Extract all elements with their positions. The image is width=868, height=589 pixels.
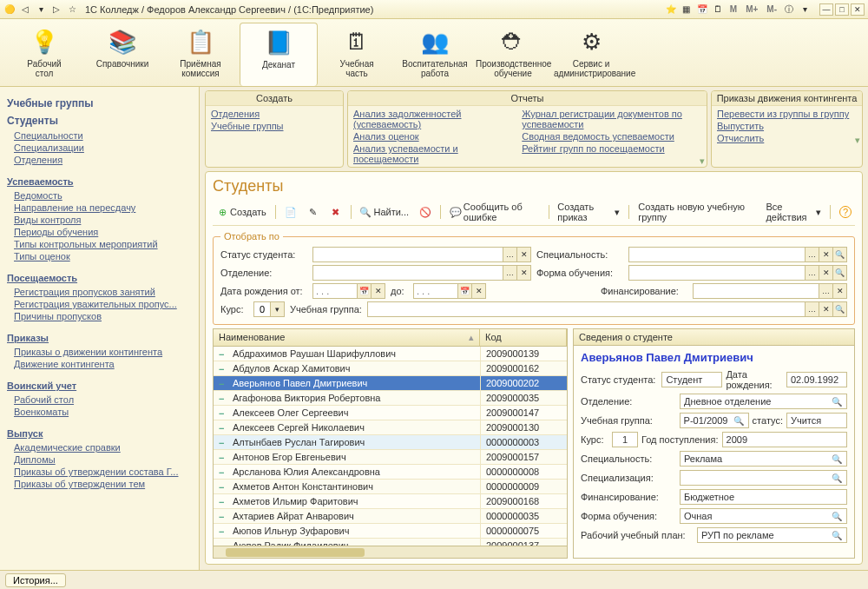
sidebar-item[interactable]: Приказы о движении контингента (7, 346, 192, 358)
favorite-icon[interactable]: ☆ (66, 3, 78, 16)
history-button[interactable]: История... (5, 573, 66, 587)
toolbar-Сервис и[interactable]: ⚙Сервис иадминистрирование (552, 23, 630, 86)
m-chip[interactable]: M (727, 4, 740, 14)
toolbar-Учебная[interactable]: 🗓Учебнаячасть (318, 23, 396, 86)
nav-dropdown-icon[interactable]: ▾ (35, 3, 47, 16)
help-button[interactable]: ? (836, 205, 855, 219)
close-button[interactable]: ✕ (851, 3, 865, 16)
mag-icon[interactable]: 🔍 (831, 531, 843, 540)
dobto-cal-icon[interactable]: 📅 (457, 284, 471, 298)
group-input[interactable] (368, 302, 805, 316)
nav-back-icon[interactable]: ◁ (19, 3, 31, 16)
spec-mag-icon[interactable]: 🔍 (832, 248, 846, 261)
fin-dots-icon[interactable]: … (819, 284, 832, 298)
create-order-button[interactable]: Создать приказ ▾ (554, 201, 623, 223)
delete-button[interactable]: ✖ (326, 205, 345, 219)
table-row[interactable]: Ахметов Ильмир Фаритович2009000168 (214, 494, 567, 509)
sidebar-item[interactable]: Направление на пересдачу (7, 202, 192, 214)
mminus-chip[interactable]: M- (764, 4, 779, 14)
dobfrom-cal-icon[interactable]: 📅 (357, 284, 371, 298)
grid-icon[interactable]: ▦ (681, 3, 693, 16)
sidebar-section-header[interactable]: Успеваемость (7, 176, 192, 187)
panel-link[interactable]: Выпустить (717, 120, 857, 132)
create-button[interactable]: ⊕Создать (213, 205, 270, 219)
table-row[interactable]: Арсланова Юлия Александровна0000000008 (214, 465, 567, 480)
panel-link[interactable]: Отчислить (717, 132, 857, 144)
dobto-clear-icon[interactable]: ✕ (471, 284, 485, 298)
course-spin-icon[interactable]: ▾ (270, 302, 284, 316)
sidebar-item[interactable]: Академические справки (7, 441, 192, 453)
sidebar-section-header[interactable]: Воинский учет (7, 381, 192, 391)
maximize-button[interactable]: □ (835, 3, 849, 16)
toolbar-Производственное[interactable]: ⛑Производственноеобучение (474, 23, 552, 86)
sidebar-item[interactable]: Ведомость (7, 189, 192, 202)
sidebar-groups-header[interactable]: Учебные группы (7, 97, 192, 109)
form-dots-icon[interactable]: … (805, 266, 819, 280)
status-input[interactable] (313, 248, 503, 261)
sidebar-item[interactable]: Приказы об утверждении тем (7, 478, 192, 490)
panel-link[interactable]: Отделения (211, 108, 284, 120)
grid-col-name[interactable]: Наименование ▴ (214, 329, 480, 346)
panel-link[interactable]: Учебные группы (211, 120, 284, 132)
toolbar-Рабочий[interactable]: 💡Рабочийстол (5, 23, 83, 86)
sidebar-item[interactable]: Специализации (7, 142, 192, 154)
dobfrom-input[interactable] (313, 284, 357, 298)
fin-input[interactable] (694, 284, 819, 298)
group-mag-icon[interactable]: 🔍 (832, 302, 846, 316)
info-dropdown-icon[interactable]: ▾ (799, 3, 811, 16)
table-row[interactable]: Агафонова Виктория Робертовна2009000035 (214, 391, 567, 406)
fin-clear-icon[interactable]: ✕ (832, 284, 846, 298)
spec-clear-icon[interactable]: ✕ (819, 248, 832, 261)
sidebar-item[interactable]: Специальности (7, 129, 192, 142)
panel-orders-more-icon[interactable]: ▾ (855, 135, 860, 146)
clear-find-button[interactable]: 🚫 (416, 205, 435, 219)
toolbar-Воспитательная[interactable]: 👥Воспитательнаяработа (396, 23, 474, 86)
panel-link[interactable]: Перевести из группы в группу (717, 108, 857, 120)
table-row[interactable]: Алтынбаев Руслан Тагирович0000000003 (214, 435, 567, 450)
mag-icon[interactable]: 🔍 (831, 397, 843, 407)
spec-dots-icon[interactable]: … (805, 248, 819, 261)
calc-icon[interactable]: 🗒 (712, 3, 724, 16)
table-row[interactable]: Алексеев Сергей Николаевич2009000130 (214, 420, 567, 435)
grid-col-code[interactable]: Код (480, 329, 567, 346)
dobfrom-clear-icon[interactable]: ✕ (371, 284, 385, 298)
d-gstat-field[interactable]: Учится (786, 413, 847, 428)
mag-icon[interactable]: 🔍 (831, 512, 843, 521)
d-course-field[interactable]: 1 (612, 432, 638, 447)
dept-clear-icon[interactable]: ✕ (516, 266, 530, 280)
mag-icon[interactable]: 🔍 (831, 473, 843, 483)
mplus-chip[interactable]: M+ (743, 4, 760, 14)
panel-link[interactable]: Анализ оценок (353, 130, 496, 142)
course-input[interactable] (254, 302, 270, 316)
dept-input[interactable] (313, 266, 503, 280)
d-plan-field[interactable]: РУП по рекламе🔍 (697, 527, 847, 543)
dept-dots-icon[interactable]: … (503, 266, 516, 280)
grid-h-scrollbar[interactable] (214, 546, 567, 558)
toolbar-Деканат[interactable]: 📘Деканат (240, 23, 318, 86)
star-fav-icon[interactable]: ⭐ (665, 3, 677, 16)
form-clear-icon[interactable]: ✕ (819, 266, 832, 280)
d-spec-field[interactable]: Реклама🔍 (680, 451, 847, 467)
sidebar-item[interactable]: Причины пропусков (7, 310, 192, 322)
table-row[interactable]: Аверьянов Павел Дмитриевич2009000202 (214, 376, 567, 391)
panel-link[interactable]: Рейтинг групп по посещаемости (522, 142, 701, 155)
sidebar-section-header[interactable]: Посещаемость (7, 273, 192, 283)
status-clear-icon[interactable]: ✕ (516, 248, 530, 261)
group-dots-icon[interactable]: … (805, 302, 819, 316)
toolbar-Справочники[interactable]: 📚Справочники (83, 23, 161, 86)
d-dept-field[interactable]: Дневное отделение🔍 (680, 394, 847, 409)
panel-link[interactable]: Анализ успеваемости и посещаемости (353, 142, 496, 165)
panel-link[interactable]: Сводная ведомость успеваемости (522, 130, 701, 142)
sidebar-item[interactable]: Периоды обучения (7, 226, 192, 238)
minimize-button[interactable]: — (819, 3, 833, 16)
all-actions-button[interactable]: Все действия ▾ (762, 201, 825, 223)
report-bug-button[interactable]: 💬Сообщить об ошибке (446, 201, 543, 223)
form-input[interactable] (629, 266, 805, 280)
sidebar-item[interactable]: Отделения (7, 154, 192, 166)
panel-link[interactable]: Журнал регистрации документов по успевае… (522, 108, 701, 130)
panel-link[interactable]: Анализ задолженностей (успеваемость) (353, 108, 496, 130)
sidebar-item[interactable]: Виды контроля (7, 214, 192, 226)
info-icon[interactable]: ⓘ (783, 3, 795, 16)
nav-fwd-icon[interactable]: ▷ (50, 3, 62, 16)
edit-button[interactable]: ✎ (304, 205, 323, 219)
